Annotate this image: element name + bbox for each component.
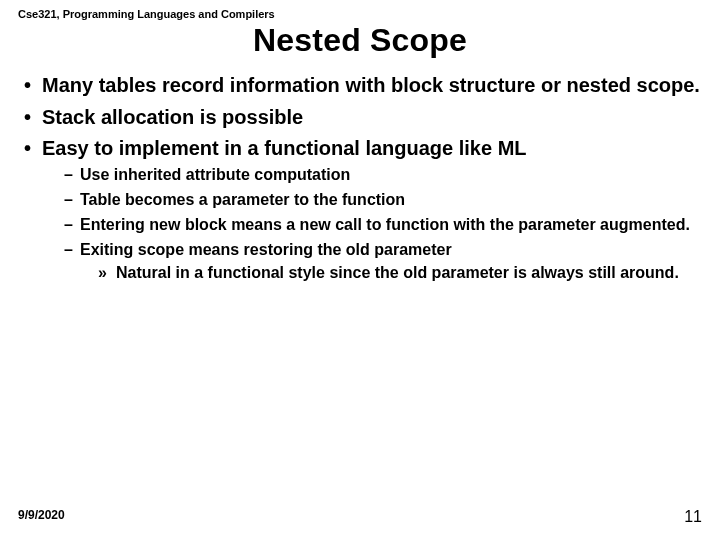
footer-page-number: 11 xyxy=(684,508,702,526)
bullet-item: Many tables record information with bloc… xyxy=(42,73,702,99)
slide: Cse321, Programming Languages and Compil… xyxy=(0,0,720,540)
slide-title: Nested Scope xyxy=(18,22,702,59)
footer: 9/9/2020 11 xyxy=(18,508,702,526)
sub-bullet-item: Table becomes a parameter to the functio… xyxy=(80,189,702,210)
bullet-text: Easy to implement in a functional langua… xyxy=(42,137,527,159)
sub-bullet-item: Entering new block means a new call to f… xyxy=(80,214,702,235)
footer-date: 9/9/2020 xyxy=(18,508,65,526)
sub-bullet-text: Exiting scope means restoring the old pa… xyxy=(80,241,452,258)
course-label: Cse321, Programming Languages and Compil… xyxy=(18,8,702,20)
subsub-bullet-item: Natural in a functional style since the … xyxy=(116,262,702,283)
bullet-item: Easy to implement in a functional langua… xyxy=(42,136,702,283)
sub-bullet-list: Use inherited attribute computation Tabl… xyxy=(42,164,702,284)
bullet-item: Stack allocation is possible xyxy=(42,105,702,131)
sub-bullet-item: Exiting scope means restoring the old pa… xyxy=(80,239,702,283)
bullet-list: Many tables record information with bloc… xyxy=(18,73,702,283)
subsub-bullet-list: Natural in a functional style since the … xyxy=(80,262,702,283)
sub-bullet-item: Use inherited attribute computation xyxy=(80,164,702,185)
